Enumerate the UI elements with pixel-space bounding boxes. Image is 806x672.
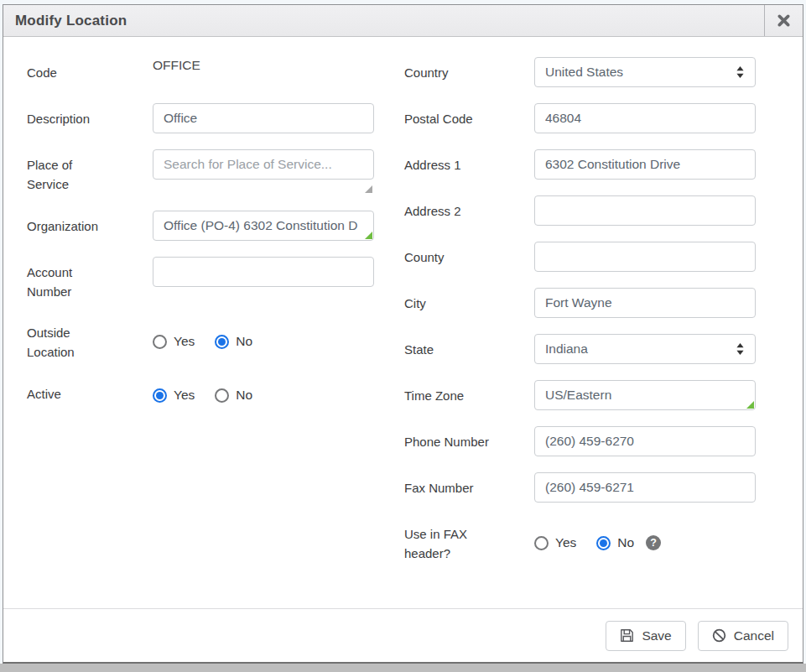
modal-title: Modify Location — [15, 13, 127, 29]
phone-number-input[interactable] — [534, 426, 756, 456]
time-zone-input[interactable] — [534, 380, 756, 410]
close-icon — [777, 14, 790, 27]
radio-option-label: Yes — [174, 334, 195, 349]
radio-option-label: Yes — [174, 388, 195, 403]
cancel-button-label: Cancel — [734, 628, 774, 643]
field-row-city: City — [404, 288, 756, 318]
radio-icon — [153, 335, 167, 349]
close-button[interactable] — [764, 5, 803, 36]
help-icon[interactable]: ? — [646, 535, 661, 550]
organization-input[interactable] — [153, 211, 374, 241]
active-label: Active — [27, 378, 153, 409]
field-row-account-number: Account Number — [27, 257, 374, 302]
postal-code-input[interactable] — [534, 103, 756, 133]
description-label: Description — [27, 103, 153, 133]
city-input[interactable] — [534, 288, 756, 318]
county-input[interactable] — [534, 242, 756, 272]
city-label: City — [404, 288, 534, 318]
field-row-address1: Address 1 — [404, 149, 756, 180]
fax-number-label: Fax Number — [404, 472, 534, 503]
use-in-fax-header-radio-group: Yes No ? — [534, 518, 756, 564]
field-row-organization: Organization — [27, 211, 374, 241]
phone-number-label: Phone Number — [404, 426, 534, 456]
account-number-label: Account Number — [27, 257, 153, 302]
radio-option-label: Yes — [555, 535, 576, 550]
radio-icon — [596, 536, 611, 550]
field-row-postal-code: Postal Code — [404, 103, 756, 133]
country-label: Country — [404, 57, 534, 87]
radio-icon — [215, 335, 229, 349]
country-select-value: United States — [545, 65, 736, 80]
modify-location-modal: Modify Location Code OFFICE Description … — [3, 4, 803, 664]
state-select[interactable]: Indiana — [534, 334, 756, 364]
radio-option-label: No — [617, 535, 634, 550]
postal-code-label: Postal Code — [404, 103, 534, 133]
active-radio-group: Yes No — [153, 378, 374, 409]
use-in-fax-header-no-radio[interactable]: No — [596, 535, 634, 550]
outside-location-yes-radio[interactable]: Yes — [153, 334, 195, 349]
floppy-disk-icon — [620, 628, 634, 643]
radio-icon — [534, 536, 549, 550]
up-down-triangles-icon — [736, 342, 745, 356]
typeahead-corner-icon — [365, 232, 372, 239]
state-select-value: Indiana — [545, 341, 736, 357]
active-no-radio[interactable]: No — [215, 388, 252, 403]
code-label: Code — [27, 57, 153, 87]
modal-body: Code OFFICE Description Place of Service… — [3, 37, 803, 608]
radio-icon — [153, 388, 167, 403]
field-row-code: Code OFFICE — [27, 57, 374, 87]
field-row-outside-location: Outside Location Yes No — [27, 317, 374, 362]
cancel-button[interactable]: Cancel — [698, 621, 788, 651]
radio-option-label: No — [236, 334, 252, 349]
address2-label: Address 2 — [404, 195, 534, 226]
time-zone-label: Time Zone — [404, 380, 534, 410]
form-column-right: Country United States Postal Code — [404, 57, 756, 608]
organization-label: Organization — [27, 211, 153, 241]
up-down-triangles-icon — [736, 65, 745, 79]
field-row-time-zone: Time Zone — [404, 380, 756, 410]
field-row-place-of-service: Place of Service — [27, 149, 374, 195]
county-label: County — [404, 242, 534, 272]
outside-location-label: Outside Location — [27, 317, 153, 362]
address2-input[interactable] — [534, 195, 756, 226]
outside-location-radio-group: Yes No — [153, 317, 374, 362]
form-column-left: Code OFFICE Description Place of Service… — [27, 57, 374, 608]
field-row-active: Active Yes No — [27, 378, 374, 409]
code-value: OFFICE — [153, 57, 374, 73]
state-label: State — [404, 334, 534, 364]
description-input[interactable] — [153, 103, 374, 133]
field-row-use-in-fax-header: Use in FAX header? Yes No ? — [404, 518, 756, 564]
use-in-fax-header-yes-radio[interactable]: Yes — [534, 535, 576, 550]
place-of-service-input[interactable] — [153, 149, 374, 180]
save-button[interactable]: Save — [606, 621, 685, 651]
modal-footer: Save Cancel — [3, 608, 803, 662]
field-row-fax-number: Fax Number — [404, 472, 756, 503]
field-row-county: County — [404, 242, 756, 272]
field-row-phone-number: Phone Number — [404, 426, 756, 456]
radio-icon — [215, 388, 229, 403]
address1-input[interactable] — [534, 149, 756, 180]
account-number-input[interactable] — [153, 257, 374, 287]
fax-number-input[interactable] — [534, 472, 756, 503]
field-row-state: State Indiana — [404, 334, 756, 364]
field-row-country: Country United States — [404, 57, 756, 87]
field-row-description: Description — [27, 103, 374, 133]
field-row-address2: Address 2 — [404, 195, 756, 226]
modal-header: Modify Location — [3, 5, 803, 37]
save-button-label: Save — [642, 628, 671, 643]
ban-icon — [712, 628, 726, 643]
use-in-fax-header-label: Use in FAX header? — [404, 518, 534, 564]
active-yes-radio[interactable]: Yes — [153, 388, 195, 403]
country-select[interactable]: United States — [534, 57, 756, 87]
page-backdrop-strip — [0, 664, 806, 672]
address1-label: Address 1 — [404, 149, 534, 180]
place-of-service-label: Place of Service — [27, 149, 153, 195]
typeahead-corner-icon — [365, 185, 372, 193]
radio-option-label: No — [236, 388, 252, 403]
outside-location-no-radio[interactable]: No — [215, 334, 252, 349]
typeahead-corner-icon — [746, 401, 754, 409]
